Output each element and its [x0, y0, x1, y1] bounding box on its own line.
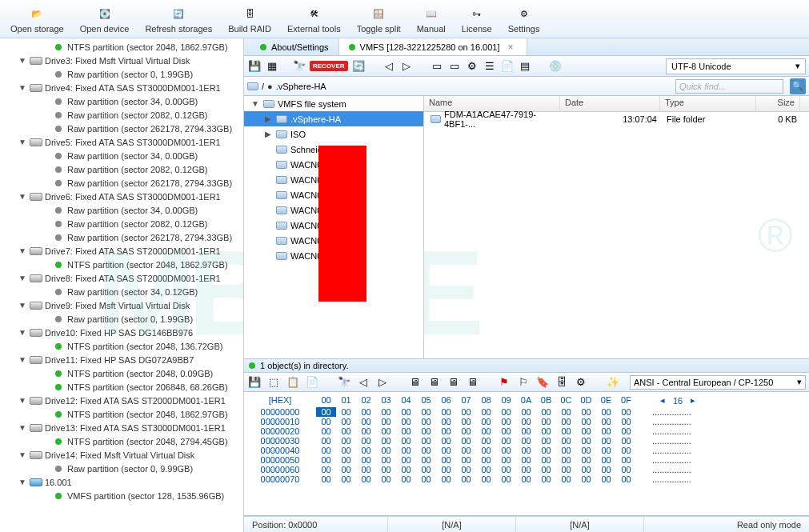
hex-row[interactable]: 0000005000000000000000000000000000000000… [244, 455, 809, 465]
find-prev-icon[interactable]: ◁ [356, 375, 370, 390]
flag-icon[interactable]: ⚐ [516, 375, 531, 390]
drive-tree-host[interactable]: ▼16.001 [0, 475, 243, 489]
hex-row[interactable]: 0000003000000000000000000000000000000000… [244, 436, 809, 446]
toggle-split-button[interactable]: 🪟Toggle split [350, 2, 408, 37]
drive-tree-partition[interactable]: Raw partition (sector 34, 0.00GB) [0, 203, 243, 217]
tab-close-button[interactable]: × [504, 42, 516, 53]
drive-tree-drive[interactable]: ▼Drive8: Fixed ATA SAS ST2000DM001-1ER1 [0, 271, 243, 285]
gear-icon[interactable]: ⚙ [465, 59, 479, 74]
drive-tree-drive[interactable]: ▼Drive5: Fixed ATA SAS ST3000DM001-1ER1 [0, 135, 243, 149]
drive-tree-partition[interactable]: Raw partition (sector 2082, 0.12GB) [0, 108, 243, 122]
expander-icon[interactable]: ▶ [263, 130, 273, 138]
select-icon[interactable]: ⬚ [266, 375, 281, 390]
drive-tree-partition[interactable]: NTFS partition (sector 2048, 0.09GB) [0, 366, 243, 380]
quick-find-input[interactable]: Quick find... [675, 79, 783, 94]
drive-tree-drive[interactable]: ▼Drive7: Fixed ATA SAS ST2000DM001-1ER1 [0, 244, 243, 258]
drive-tree-partition[interactable]: Raw partition (sector 0, 1.99GB) [0, 67, 243, 81]
drive-tree-drive[interactable]: ▼Drive12: Fixed ATA SAS ST2000DM001-1ER1 [0, 394, 243, 407]
expander-icon[interactable]: ▼ [18, 450, 27, 459]
prev-icon[interactable]: ◁ [382, 59, 396, 74]
paste-icon[interactable]: 📄 [305, 375, 319, 390]
hex-row[interactable]: 0000002000000000000000000000000000000000… [244, 426, 809, 436]
expander-icon[interactable]: ▼ [18, 274, 27, 282]
breadcrumb-part[interactable]: / [262, 82, 264, 91]
expander-icon[interactable]: ▼ [18, 192, 27, 201]
drive-tree-partition[interactable]: NTFS partition (sector 2048, 1862.97GB) [0, 40, 243, 54]
drive-tree-partition[interactable]: Raw partition (sector 0, 1.99GB) [0, 312, 243, 326]
drive-tree-partition[interactable]: NTFS partition (sector 2048, 136.72GB) [0, 339, 243, 353]
hex-row[interactable]: 0000006000000000000000000000000000000000… [244, 465, 809, 474]
save-icon[interactable]: 💾 [247, 375, 262, 390]
hex-prev-icon[interactable]: ◂ [660, 395, 665, 406]
db-icon[interactable]: 🗄 [555, 375, 569, 390]
expander-icon[interactable]: ▼ [18, 423, 27, 432]
search-button[interactable]: 🔍 [790, 78, 806, 94]
win2-icon[interactable]: 🖥 [427, 375, 441, 390]
license-button[interactable]: 🗝License [455, 2, 499, 37]
expander-icon[interactable]: ▼ [18, 355, 27, 364]
doc-icon[interactable]: 📄 [500, 59, 515, 74]
drive-tree-panel[interactable]: NTFS partition (sector 2048, 1862.97GB)▼… [0, 38, 244, 532]
drive-tree-drive[interactable]: ▼Drive11: Fixed HP SAS DG072A9BB7 [0, 353, 243, 366]
copy-icon[interactable]: 📋 [286, 375, 300, 390]
hex-row[interactable]: 0000001000000000000000000000000000000000… [244, 417, 809, 426]
drive-tree-partition[interactable]: NTFS partition (sector 2048, 2794.45GB) [0, 434, 243, 448]
drive-tree-partition[interactable]: Raw partition (sector 2082, 0.12GB) [0, 217, 243, 230]
next-icon[interactable]: ▷ [399, 59, 414, 74]
drive-tree-drive[interactable]: ▼Drive13: Fixed ATA SAS ST3000DM001-1ER1 [0, 421, 243, 434]
drive-tree-partition[interactable]: Raw partition (sector 2082, 0.12GB) [0, 162, 243, 176]
folder-tree-item[interactable]: ▶.vSphere-HA [244, 111, 423, 126]
drive-tree-partition[interactable]: Raw partition (sector 34, 0.12GB) [0, 285, 243, 298]
disc-icon[interactable]: 💿 [548, 59, 563, 74]
expander-icon[interactable]: ▼ [18, 301, 27, 310]
layout2-icon[interactable]: ▭ [447, 59, 462, 74]
drive-tree-drive[interactable]: ▼Drive3: Fixed Msft Virtual Virtual Disk [0, 54, 243, 67]
open-storage-button[interactable]: 📂Open storage [3, 2, 71, 37]
hex-row[interactable]: 0000007000000000000000000000000000000000… [244, 474, 809, 484]
column-header[interactable]: Type [660, 96, 756, 111]
win1-icon[interactable]: 🖥 [407, 375, 422, 390]
layout1-icon[interactable]: ▭ [430, 59, 444, 74]
breadcrumb-part[interactable]: .vSphere-HA [276, 82, 326, 91]
binoculars-icon[interactable]: 🔭 [292, 59, 306, 74]
drive-tree-partition[interactable]: Raw partition (sector 262178, 2794.33GB) [0, 230, 243, 244]
build-raid-button[interactable]: 🗄Build RAID [221, 2, 278, 37]
expander-icon[interactable]: ▼ [250, 99, 260, 108]
win4-icon[interactable]: 🖥 [465, 375, 479, 390]
recover-button[interactable]: RECOVER [310, 61, 348, 71]
drive-tree-drive[interactable]: ▼Drive9: Fixed Msft Virtual Virtual Disk [0, 298, 243, 312]
expander-icon[interactable]: ▼ [18, 138, 27, 146]
expander-icon[interactable]: ▶ [263, 114, 273, 123]
drive-tree-drive[interactable]: ▼Drive6: Fixed ATA SAS ST3000DM001-1ER1 [0, 190, 243, 203]
settings-button[interactable]: ⚙Settings [501, 2, 547, 37]
drive-tree-partition[interactable]: NTFS partition (sector 2048, 1862.97GB) [0, 258, 243, 271]
expander-icon[interactable]: ▼ [18, 83, 27, 92]
hex-encoding-select[interactable]: ANSI - Central European / CP-1250 ▾ [630, 375, 806, 390]
refresh-storages-button[interactable]: 🔄Refresh storages [138, 2, 219, 37]
drive-tree-partition[interactable]: VMFS partition (sector 128, 1535.96GB) [0, 489, 243, 502]
drive-tree-partition[interactable]: NTFS partition (sector 206848, 68.26GB) [0, 380, 243, 394]
tab[interactable]: About/Settings [250, 38, 339, 55]
tab[interactable]: VMFS [128-3221225280 on 16.001]× [339, 38, 527, 55]
manual-button[interactable]: 📖Manual [410, 2, 453, 37]
drive-tree-partition[interactable]: Raw partition (sector 262178, 2794.33GB) [0, 122, 243, 135]
drive-tree-drive[interactable]: ▼Drive4: Fixed ATA SAS ST3000DM001-1ER1 [0, 81, 243, 94]
folder-tree[interactable]: ▼VMFS file system▶.vSphere-HA▶ISOSchneid… [244, 96, 424, 358]
find-next-icon[interactable]: ▷ [375, 375, 390, 390]
win3-icon[interactable]: 🖥 [446, 375, 460, 390]
hex-view[interactable]: [HEX]000102030405060708090A0B0C0D0E0F◂16… [244, 392, 809, 516]
refresh-icon[interactable]: 🔄 [351, 59, 366, 74]
file-row[interactable]: FDM-A1ACAE47-7919-4BF1-...13:07:04File f… [424, 112, 809, 126]
grid-icon[interactable]: ▦ [265, 59, 279, 74]
wand-icon[interactable]: ✨ [606, 375, 620, 390]
folder-tree-item[interactable]: ▶ISO [244, 126, 423, 142]
hex-next-icon[interactable]: ▸ [691, 395, 695, 406]
hex-row[interactable]: 0000004000000000000000000000000000000000… [244, 446, 809, 455]
expander-icon[interactable]: ▼ [18, 396, 27, 405]
hex-row[interactable]: 0000000000000000000000000000000000000000… [244, 407, 809, 417]
encoding-select[interactable]: UTF-8 Unicode ▾ [666, 58, 806, 74]
folder-tree-item[interactable]: ▼VMFS file system [244, 96, 423, 111]
bookmark-icon[interactable]: 🔖 [535, 375, 550, 390]
drive-tree-partition[interactable]: Raw partition (sector 262178, 2794.33GB) [0, 176, 243, 190]
expander-icon[interactable]: ▼ [18, 56, 27, 65]
